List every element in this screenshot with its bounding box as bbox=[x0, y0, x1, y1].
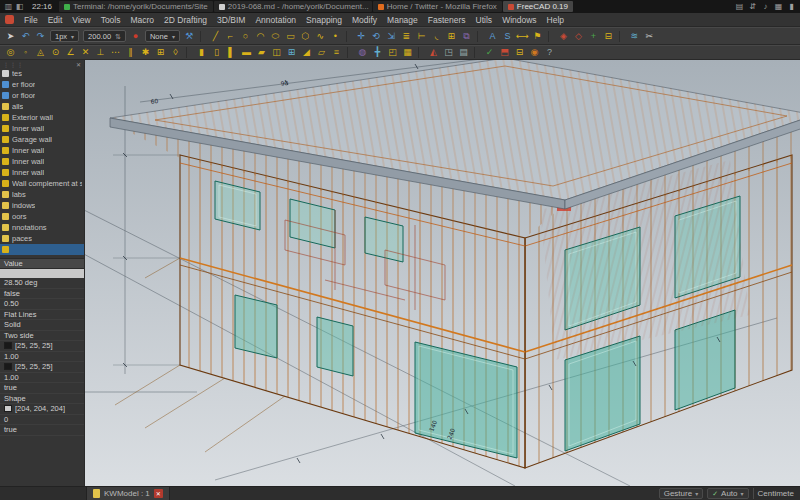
snap-center-icon[interactable]: ⊙ bbox=[48, 46, 63, 59]
snap-midpoint-icon[interactable]: ◬ bbox=[33, 46, 48, 59]
working-plane-icon[interactable]: ◈ bbox=[556, 30, 571, 43]
toolbar-icon[interactable] bbox=[548, 31, 554, 42]
draft-arc-icon[interactable]: ◠ bbox=[253, 30, 268, 43]
tree-item[interactable]: tes bbox=[0, 68, 84, 79]
tree-item[interactable]: paces bbox=[0, 233, 84, 244]
property-row[interactable]: Two side bbox=[0, 331, 84, 342]
tree-item[interactable]: er floor bbox=[0, 79, 84, 90]
construction-mode-icon[interactable]: ⚒ bbox=[182, 30, 197, 43]
bim-door-icon[interactable]: ◫ bbox=[269, 46, 284, 59]
menu-item[interactable]: View bbox=[67, 15, 95, 25]
toolbar-icon[interactable] bbox=[418, 47, 424, 58]
offset-icon[interactable]: ≣ bbox=[399, 30, 414, 43]
tree-item[interactable]: Inner wall bbox=[0, 167, 84, 178]
layers-icon[interactable]: ≋ bbox=[627, 30, 642, 43]
app-menu-icon[interactable]: ▥ bbox=[3, 1, 14, 12]
ifc-explorer-icon[interactable]: ⬒ bbox=[497, 46, 512, 59]
autogroup-select[interactable]: None bbox=[145, 30, 180, 42]
draft-point-icon[interactable]: • bbox=[328, 30, 343, 43]
annotation-text-icon[interactable]: A bbox=[485, 30, 500, 43]
line-color-icon[interactable]: ● bbox=[128, 30, 143, 43]
tree-item[interactable]: indows bbox=[0, 200, 84, 211]
global-scale-input[interactable]: 200.00 bbox=[83, 30, 126, 42]
property-row[interactable]: true bbox=[0, 425, 84, 436]
line-width-select[interactable]: 1px bbox=[50, 30, 79, 42]
toolbar-icon[interactable] bbox=[619, 31, 625, 42]
menu-item[interactable]: 2D Drafting bbox=[159, 15, 212, 25]
snap-parallel-icon[interactable]: ∥ bbox=[123, 46, 138, 59]
dimension-icon[interactable]: ⟷ bbox=[515, 30, 530, 43]
bim-stairs-icon[interactable]: ≡ bbox=[329, 46, 344, 59]
draft-polyline-icon[interactable]: ⌐ bbox=[223, 30, 238, 43]
tree-item[interactable]: Inner wall bbox=[0, 156, 84, 167]
shapestring-icon[interactable]: S bbox=[500, 30, 515, 43]
draft-ellipse-icon[interactable]: ⬭ bbox=[268, 30, 283, 43]
document-tab[interactable]: KWModel : 1 bbox=[86, 487, 170, 500]
heal-icon[interactable]: + bbox=[586, 30, 601, 43]
tree-item[interactable] bbox=[0, 244, 84, 255]
property-row[interactable]: 1.00 bbox=[0, 373, 84, 384]
toolbar-icon[interactable] bbox=[346, 31, 352, 42]
tab-close-icon[interactable] bbox=[154, 489, 163, 498]
render-mode-select[interactable]: Auto bbox=[707, 488, 748, 499]
panel-handle[interactable] bbox=[0, 60, 84, 68]
taskbar-terminal[interactable]: Terminal: /home/yorik/Documents/Site bbox=[59, 1, 213, 12]
array-icon[interactable]: ⊞ bbox=[444, 30, 459, 43]
property-edit-field[interactable] bbox=[0, 269, 84, 278]
draft-circle-icon[interactable]: ○ bbox=[238, 30, 253, 43]
move-icon[interactable]: ✛ bbox=[354, 30, 369, 43]
bim-views-icon[interactable]: ⊟ bbox=[512, 46, 527, 59]
toolbar-icon[interactable] bbox=[200, 31, 206, 42]
snap-intersection-icon[interactable]: ✕ bbox=[78, 46, 93, 59]
menu-item[interactable]: Help bbox=[542, 15, 569, 25]
bim-schedule-icon[interactable]: ▤ bbox=[456, 46, 471, 59]
bim-help-icon[interactable]: ? bbox=[542, 46, 557, 59]
tree-item[interactable]: Inner wall bbox=[0, 123, 84, 134]
bim-wall-icon[interactable]: ▮ bbox=[194, 46, 209, 59]
menu-item[interactable]: Utils bbox=[471, 15, 498, 25]
bim-slab-icon[interactable]: ▰ bbox=[254, 46, 269, 59]
snap-endpoint-icon[interactable]: ◦ bbox=[18, 46, 33, 59]
snap-extension-icon[interactable]: ⋯ bbox=[108, 46, 123, 59]
bim-material-icon[interactable]: ◉ bbox=[527, 46, 542, 59]
tree-item[interactable]: labs bbox=[0, 189, 84, 200]
rotate-icon[interactable]: ⟲ bbox=[369, 30, 384, 43]
taskbar-freecad[interactable]: FreeCAD 0.19 bbox=[503, 1, 573, 12]
menu-item[interactable]: Edit bbox=[43, 15, 68, 25]
property-row[interactable]: Solid bbox=[0, 320, 84, 331]
tree-item[interactable]: Exterior wall bbox=[0, 112, 84, 123]
redo-icon[interactable]: ↷ bbox=[33, 30, 48, 43]
property-row[interactable]: 0.50 bbox=[0, 299, 84, 310]
draft-bspline-icon[interactable]: ∿ bbox=[313, 30, 328, 43]
trim-icon[interactable]: ⊢ bbox=[414, 30, 429, 43]
menu-item[interactable]: File bbox=[19, 15, 43, 25]
taskbar-editor[interactable]: 2019-068.md - /home/yorik/Document... bbox=[214, 1, 372, 12]
snap-special-icon[interactable]: ✱ bbox=[138, 46, 153, 59]
toolbar-icon[interactable] bbox=[347, 47, 353, 58]
bim-panel-icon[interactable]: ▱ bbox=[314, 46, 329, 59]
draft-polygon-icon[interactable]: ⬡ bbox=[298, 30, 313, 43]
property-row[interactable]: 0 bbox=[0, 415, 84, 426]
units-indicator[interactable]: Centimete bbox=[753, 488, 798, 499]
property-row[interactable]: [25, 25, 25] bbox=[0, 341, 84, 352]
bim-frame-icon[interactable]: ◰ bbox=[385, 46, 400, 59]
menu-item[interactable]: Annotation bbox=[250, 15, 301, 25]
clone-icon[interactable]: ⧉ bbox=[459, 30, 474, 43]
draft-rectangle-icon[interactable]: ▭ bbox=[283, 30, 298, 43]
scale-icon[interactable]: ⇲ bbox=[384, 30, 399, 43]
tray-power-icon[interactable]: ▮ bbox=[786, 1, 797, 12]
3d-viewport[interactable]: 60 90 140 240 bbox=[85, 60, 800, 486]
menu-item[interactable]: 3D/BIM bbox=[212, 15, 250, 25]
snap-master-icon[interactable]: ◎ bbox=[3, 46, 18, 59]
section-plane-icon[interactable]: ◭ bbox=[426, 46, 441, 59]
bim-pipe-icon[interactable]: ╋ bbox=[370, 46, 385, 59]
select-icon[interactable]: ➤ bbox=[3, 30, 18, 43]
tray-display-icon[interactable]: ▦ bbox=[773, 1, 784, 12]
tree-item[interactable]: nnotations bbox=[0, 222, 84, 233]
bim-beam-icon[interactable]: ▬ bbox=[239, 46, 254, 59]
toolbar-icon[interactable] bbox=[474, 47, 480, 58]
property-row[interactable]: Shape bbox=[0, 394, 84, 405]
menu-item[interactable]: Manage bbox=[382, 15, 423, 25]
utilities-icon[interactable]: ✂ bbox=[642, 30, 657, 43]
tree-item[interactable]: or floor bbox=[0, 90, 84, 101]
